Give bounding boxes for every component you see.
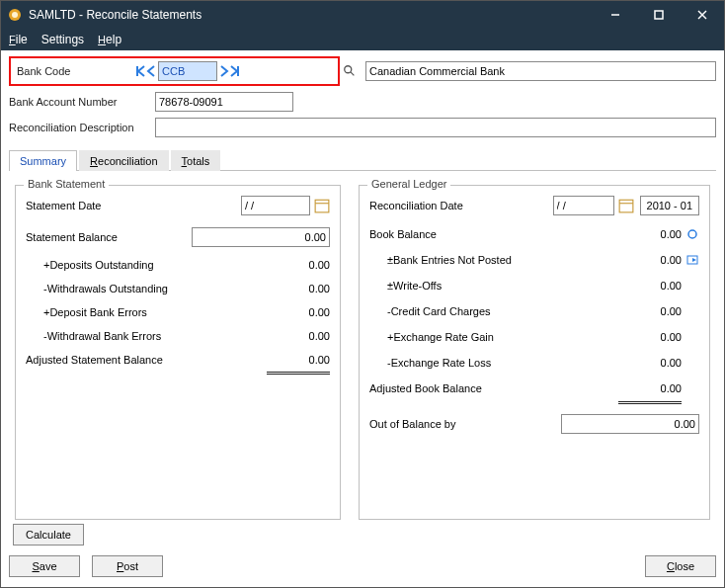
reconciliation-desc-input[interactable] (155, 118, 716, 137)
nav-last-icon[interactable] (230, 65, 240, 77)
save-button[interactable]: Save (9, 555, 80, 577)
calculate-button[interactable]: Calculate (13, 524, 84, 546)
book-balance-value: 0.00 (618, 228, 682, 240)
content-area: Bank Code Bank Account Number (1, 50, 724, 551)
nav-next-last (219, 65, 240, 77)
adjusted-book-separator (618, 401, 682, 404)
menu-settings[interactable]: Settings (41, 33, 84, 46)
withdrawals-outstanding-value: 0.00 (267, 283, 330, 294)
close-button[interactable]: Close (645, 555, 716, 577)
write-offs-value: 0.00 (618, 280, 682, 292)
reconciliation-date-label: Reconciliation Date (369, 200, 553, 211)
account-number-label: Bank Account Number (9, 96, 155, 108)
nav-first-prev (135, 65, 156, 77)
tab-reconciliation[interactable]: Reconciliation (79, 150, 169, 171)
reconciliation-desc-label: Reconciliation Description (9, 122, 155, 133)
bank-name-field (365, 61, 716, 81)
bank-code-label: Bank Code (17, 65, 135, 77)
withdrawal-bank-errors-value: 0.00 (267, 330, 330, 342)
drilldown-icon[interactable] (685, 253, 699, 267)
tab-strip: Summary Reconciliation Totals (9, 149, 716, 171)
nav-first-icon[interactable] (135, 65, 145, 77)
calendar-icon[interactable] (314, 198, 330, 213)
withdrawal-bank-errors-label: -Withdrawal Bank Errors (43, 330, 267, 342)
minimize-button[interactable] (594, 1, 637, 29)
deposit-bank-errors-value: 0.00 (267, 306, 330, 318)
reconciliation-date-input[interactable] (553, 196, 614, 215)
lookup-button[interactable] (342, 63, 358, 79)
svg-point-6 (345, 66, 352, 73)
bank-entries-not-posted-label: ±Bank Entries Not Posted (387, 254, 618, 266)
tab-totals[interactable]: Totals (171, 150, 221, 171)
deposit-bank-errors-label: +Deposit Bank Errors (43, 306, 267, 318)
statement-balance-label: Statement Balance (26, 231, 192, 243)
deposits-outstanding-label: +Deposits Outstanding (43, 259, 267, 271)
maximize-button[interactable] (637, 1, 681, 29)
exchange-rate-gain-value: 0.00 (618, 331, 682, 343)
refresh-icon[interactable] (685, 227, 699, 241)
adjusted-statement-balance-label: Adjusted Statement Balance (26, 354, 267, 366)
general-ledger-group: General Ledger Reconciliation Date 2010 … (359, 185, 710, 520)
svg-rect-8 (315, 200, 329, 212)
out-of-balance-input (561, 414, 699, 434)
app-window: SAMLTD - Reconcile Statements File Setti… (0, 0, 725, 588)
svg-rect-10 (619, 200, 633, 212)
statement-date-input[interactable] (241, 196, 310, 215)
svg-line-7 (351, 72, 355, 76)
bank-statement-title: Bank Statement (24, 178, 109, 190)
bank-code-input[interactable] (158, 61, 217, 81)
adjusted-book-balance-label: Adjusted Book Balance (369, 382, 618, 394)
titlebar: SAMLTD - Reconcile Statements (1, 1, 724, 29)
withdrawals-outstanding-label: -Withdrawals Outstanding (43, 283, 267, 294)
bank-statement-group: Bank Statement Statement Date Statement … (15, 185, 341, 520)
post-button[interactable]: Post (92, 555, 163, 577)
calendar-icon[interactable] (618, 198, 634, 213)
write-offs-label: ±Write-Offs (387, 280, 618, 292)
deposits-outstanding-value: 0.00 (267, 259, 330, 271)
adjusted-statement-balance-value: 0.00 (267, 354, 330, 366)
app-icon (7, 7, 23, 23)
nav-next-icon[interactable] (219, 65, 229, 77)
credit-card-charges-value: 0.00 (618, 305, 682, 317)
close-window-button[interactable] (681, 1, 724, 29)
menu-help[interactable]: Help (98, 33, 121, 46)
svg-point-1 (12, 12, 18, 18)
exchange-rate-loss-value: 0.00 (618, 357, 682, 369)
general-ledger-title: General Ledger (367, 178, 450, 190)
exchange-rate-gain-label: +Exchange Rate Gain (387, 331, 618, 343)
nav-prev-icon[interactable] (146, 65, 156, 77)
footer-buttons: Save Post Close (1, 551, 724, 587)
bank-code-highlight: Bank Code (9, 56, 340, 86)
exchange-rate-loss-label: -Exchange Rate Loss (387, 357, 618, 369)
menu-file[interactable]: File (9, 33, 28, 46)
bank-name-input[interactable] (365, 61, 716, 81)
statement-balance-input[interactable] (192, 227, 330, 247)
window-title: SAMLTD - Reconcile Statements (29, 8, 594, 22)
statement-date-label: Statement Date (26, 200, 241, 211)
adjusted-statement-separator (267, 372, 330, 375)
svg-rect-3 (655, 11, 663, 19)
account-number-input[interactable] (155, 92, 293, 112)
year-period-field[interactable]: 2010 - 01 (640, 196, 699, 215)
adjusted-book-balance-value: 0.00 (618, 382, 682, 394)
bank-entries-not-posted-value: 0.00 (618, 254, 682, 266)
credit-card-charges-label: -Credit Card Charges (387, 305, 618, 317)
tab-summary[interactable]: Summary (9, 150, 77, 171)
menubar: File Settings Help (1, 29, 724, 50)
out-of-balance-label: Out of Balance by (369, 418, 561, 430)
book-balance-label: Book Balance (369, 228, 618, 240)
